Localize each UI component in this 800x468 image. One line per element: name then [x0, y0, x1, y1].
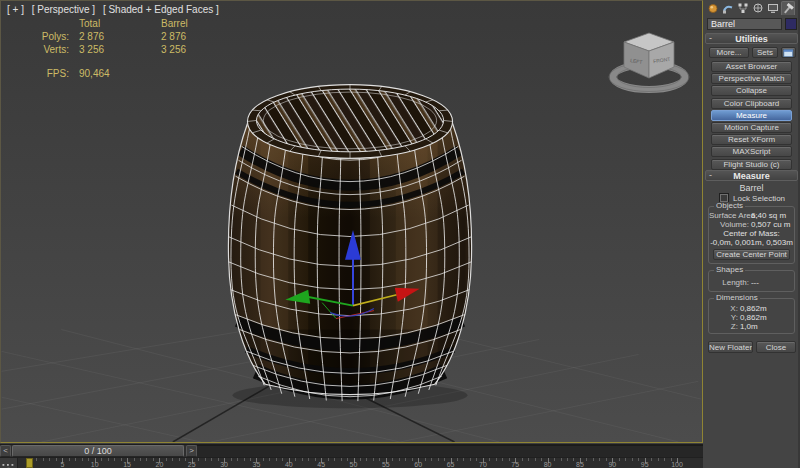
time-slider[interactable]: < 0 / 100 >: [0, 444, 703, 457]
timeline-tick: [638, 458, 639, 461]
utilities-rollout-header[interactable]: - Utilities: [705, 33, 798, 44]
surface-area-label: Surface Area:: [709, 211, 751, 220]
timeline-tick-label: 20: [155, 461, 163, 468]
center-of-mass-label: Center of Mass:: [709, 229, 794, 238]
timeline-tick: [619, 458, 620, 461]
timeline-tick: [554, 458, 555, 461]
timeline-tick: [412, 458, 413, 461]
viewcube[interactable]: LEFT FRONT: [592, 13, 702, 108]
motion-icon: [752, 2, 764, 14]
utility-button-asset-browser[interactable]: Asset Browser: [711, 61, 792, 72]
viewport-statistics: Total Barrel Polys: 2 876 2 876 Verts: 3…: [29, 18, 243, 80]
shapes-group: Shapes Length:---: [708, 270, 795, 292]
perspective-viewport[interactable]: [ + ] [ Perspective ] [ Shaded + Edged F…: [0, 0, 703, 443]
stats-verts-total: 3 256: [79, 44, 161, 56]
tab-utilities[interactable]: [781, 1, 795, 15]
button-sets-button[interactable]: Sets: [752, 47, 778, 58]
tab-motion[interactable]: [751, 1, 765, 15]
timeline-tick: [664, 458, 665, 461]
utility-button-reset-xform[interactable]: Reset XForm: [711, 134, 792, 145]
utility-button-motion-capture[interactable]: Motion Capture: [711, 122, 792, 133]
close-button[interactable]: Close: [756, 341, 796, 353]
stats-verts-object: 3 256: [161, 44, 243, 56]
timeline-tick: [347, 458, 348, 461]
stats-col-total: Total: [79, 18, 161, 30]
tab-modify[interactable]: [721, 1, 735, 15]
timeline-tick: [606, 458, 607, 461]
utilities-hammer-icon: [782, 3, 794, 15]
utility-button-color-clipboard[interactable]: Color Clipboard: [711, 98, 792, 109]
timeline-tick: [541, 458, 542, 461]
length-value: ---: [751, 278, 794, 287]
collapse-icon: -: [709, 33, 712, 43]
timeline-tick: [431, 458, 432, 461]
timeline-tick: [269, 458, 270, 461]
utility-button-flight-studio-c[interactable]: Flight Studio (c): [711, 159, 792, 170]
utility-button-measure[interactable]: Measure: [711, 110, 792, 121]
timeline-tick: [108, 458, 109, 461]
measure-rollout-header[interactable]: - Measure: [705, 170, 798, 181]
tab-create[interactable]: [706, 1, 720, 15]
timeline-tick-label: 65: [447, 461, 455, 468]
create-center-point-button[interactable]: Create Center Point: [713, 249, 790, 260]
timeline-tick: [295, 458, 296, 461]
object-name-field[interactable]: Barrel: [707, 18, 782, 30]
current-frame-marker[interactable]: [26, 458, 33, 468]
timeline-tick: [366, 458, 367, 461]
timeline-tick: [121, 458, 122, 461]
tab-display[interactable]: [766, 1, 780, 15]
stats-fps-value: 90,464: [79, 68, 161, 80]
configure-button-sets-button[interactable]: [781, 47, 796, 58]
dim-z-label: Z:: [709, 322, 740, 331]
timeline-tick-label: 70: [479, 461, 487, 468]
more-utilities-button[interactable]: More...: [709, 47, 749, 58]
stats-col-object: Barrel: [161, 18, 243, 30]
timeline-tick-label: 40: [285, 461, 293, 468]
hierarchy-icon: [737, 2, 749, 14]
stats-polys-total: 2 876: [79, 31, 161, 43]
timeline-tick: [205, 458, 206, 461]
timeline-tick: [476, 458, 477, 461]
timeline-tick: [43, 458, 44, 461]
utility-button-maxscript[interactable]: MAXScript: [711, 146, 792, 157]
dim-y-label: Y:: [709, 313, 740, 322]
viewport-general-menu[interactable]: [ + ]: [7, 4, 24, 15]
viewport-label: [ + ] [ Perspective ] [ Shaded + Edged F…: [7, 4, 224, 15]
utility-button-collapse[interactable]: Collapse: [711, 85, 792, 96]
time-slider-handle[interactable]: 0 / 100: [12, 445, 184, 457]
utility-button-perspective-match[interactable]: Perspective Match: [711, 73, 792, 84]
utilities-window-icon: [783, 49, 794, 58]
viewport-pov-menu[interactable]: [ Perspective ]: [32, 4, 95, 15]
timeline-tick: [561, 458, 562, 461]
timeline-tick-label: 90: [608, 461, 616, 468]
timeline-tick: [470, 458, 471, 461]
timeline-tick: [405, 458, 406, 461]
timeline-tick: [56, 458, 57, 461]
mini-curve-editor-button[interactable]: [0, 458, 18, 468]
timeline-tick: [231, 458, 232, 461]
tab-hierarchy[interactable]: [736, 1, 750, 15]
timeline-tick: [263, 458, 264, 461]
new-floater-button[interactable]: New Floater: [708, 341, 753, 353]
timeline-tick-label: 45: [317, 461, 325, 468]
timeline-tick: [334, 458, 335, 461]
center-of-mass-value: -0,0m, 0,001m, 0,503m: [709, 238, 794, 247]
time-slider-groove[interactable]: [197, 445, 703, 457]
timeline-tick: [315, 458, 316, 461]
next-frame-button[interactable]: >: [186, 445, 197, 457]
timeline-tick: [276, 458, 277, 461]
timeline-tick: [625, 458, 626, 461]
timeline-tick: [567, 458, 568, 461]
timeline-tick: [425, 458, 426, 461]
timeline-tick: [134, 458, 135, 461]
timeline-tick-label: 75: [511, 461, 519, 468]
viewport-shading-menu[interactable]: [ Shaded + Edged Faces ]: [103, 4, 219, 15]
timeline-tick: [522, 458, 523, 461]
timeline-tick: [496, 458, 497, 461]
previous-frame-button[interactable]: <: [0, 445, 11, 457]
timeline-tick: [211, 458, 212, 461]
dim-x-value: 0,862m: [740, 304, 794, 313]
display-icon: [767, 2, 779, 14]
track-bar[interactable]: 5101520253035404550556065707580859095100: [0, 457, 703, 468]
object-color-swatch[interactable]: [785, 18, 797, 30]
